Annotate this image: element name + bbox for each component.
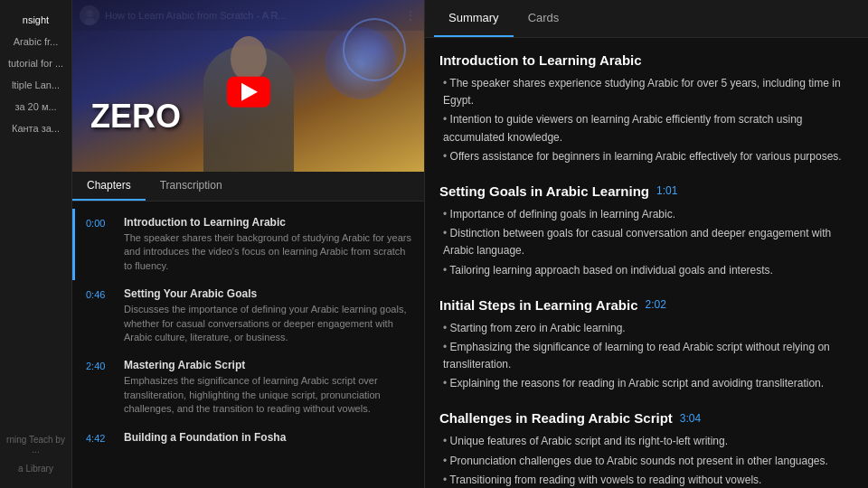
summary-content: Introduction to Learning Arabic The spea… bbox=[425, 38, 868, 488]
tab-transcription[interactable]: Transcription bbox=[146, 172, 237, 201]
summary-tabs: Summary Cards bbox=[425, 0, 868, 38]
chapter-desc: Emphasizes the significance of learning … bbox=[124, 374, 413, 416]
sidebar-item-arabic[interactable]: Arabic fr... bbox=[0, 31, 71, 52]
summary-bullet: Tailoring learning approach based on ind… bbox=[439, 262, 854, 279]
chapter-info: Introduction to Learning Arabic The spea… bbox=[124, 216, 413, 273]
summary-bullet: Distinction between goals for casual con… bbox=[439, 225, 854, 259]
summary-bullet: Importance of defining goals in learning… bbox=[439, 206, 854, 223]
sidebar-item-learning[interactable]: rning Teach by ... bbox=[0, 431, 71, 458]
tab-summary[interactable]: Summary bbox=[434, 0, 514, 37]
summary-bullet: Transitioning from reading with vowels t… bbox=[439, 472, 854, 488]
chapter-info: Building a Foundation in Fosha bbox=[124, 431, 413, 446]
video-big-text: ZERO bbox=[90, 98, 181, 136]
chapter-time: 0:46 bbox=[86, 287, 115, 344]
summary-bullet: The speaker shares experience studying A… bbox=[439, 75, 854, 109]
summary-bullet: Pronunciation challenges due to Arabic s… bbox=[439, 453, 854, 470]
chapter-item[interactable]: 0:00 Introduction to Learning Arabic The… bbox=[72, 209, 424, 280]
sidebar-item-insight[interactable]: nsight bbox=[0, 9, 71, 31]
summary-section-header: Initial Steps in Learning Arabic 2:02 bbox=[439, 297, 854, 313]
tab-cards[interactable]: Cards bbox=[514, 0, 574, 37]
summary-section-time[interactable]: 1:01 bbox=[656, 184, 677, 197]
summary-bullet: Unique features of Arabic script and its… bbox=[439, 433, 854, 450]
sidebar-item-library[interactable]: a Library bbox=[0, 458, 71, 479]
chapter-list: 0:00 Introduction to Learning Arabic The… bbox=[72, 202, 424, 488]
summary-bullet: Starting from zero in Arabic learning. bbox=[439, 320, 854, 337]
chapter-title: Building a Foundation in Fosha bbox=[124, 431, 413, 444]
sidebar-item-tutorial[interactable]: tutorial for ... bbox=[0, 52, 71, 74]
main-content: How to Learn Arabic from Scratch - A R..… bbox=[72, 0, 868, 488]
summary-bullet: Intention to guide viewers on learning A… bbox=[439, 111, 854, 145]
chapter-item[interactable]: 2:40 Mastering Arabic Script Emphasizes … bbox=[72, 352, 424, 423]
chapter-title: Introduction to Learning Arabic bbox=[124, 216, 413, 229]
sidebar-item-za20[interactable]: за 20 м... bbox=[0, 96, 71, 117]
chapter-time: 4:42 bbox=[86, 431, 115, 446]
right-panel: Summary Cards Introduction to Learning A… bbox=[425, 0, 868, 488]
summary-section-title: Challenges in Reading Arabic Script bbox=[439, 410, 673, 426]
summary-section-time[interactable]: 3:04 bbox=[680, 412, 701, 425]
chapter-tabs: Chapters Transcription bbox=[72, 172, 424, 202]
summary-bullet: Offers assistance for beginners in learn… bbox=[439, 148, 854, 165]
summary-section-header: Introduction to Learning Arabic bbox=[439, 52, 854, 68]
content-area: How to Learn Arabic from Scratch - A R..… bbox=[72, 0, 868, 488]
chapter-info: Mastering Arabic Script Emphasizes the s… bbox=[124, 359, 413, 416]
tab-chapters[interactable]: Chapters bbox=[72, 172, 146, 201]
chapter-title: Setting Your Arabic Goals bbox=[124, 287, 413, 300]
chapter-info: Setting Your Arabic Goals Discusses the … bbox=[124, 287, 413, 344]
chapter-time: 0:00 bbox=[86, 216, 115, 273]
chapter-item[interactable]: 0:46 Setting Your Arabic Goals Discusses… bbox=[72, 280, 424, 352]
chapter-desc: The speaker shares their background of s… bbox=[124, 231, 413, 273]
summary-section: Introduction to Learning Arabic The spea… bbox=[439, 52, 854, 165]
chapter-time: 2:40 bbox=[86, 359, 115, 416]
chapter-desc: Discusses the importance of defining you… bbox=[124, 303, 413, 344]
summary-section-title: Introduction to Learning Arabic bbox=[439, 52, 642, 68]
play-triangle-icon bbox=[241, 83, 258, 101]
summary-section: Setting Goals in Arabic Learning 1:01 Im… bbox=[439, 183, 854, 279]
summary-bullet: Explaining the reasons for reading in Ar… bbox=[439, 375, 854, 392]
sidebar: nsight Arabic fr... tutorial for ... lti… bbox=[0, 0, 72, 488]
summary-section-header: Challenges in Reading Arabic Script 3:04 bbox=[439, 410, 854, 426]
left-panel: How to Learn Arabic from Scratch - A R..… bbox=[72, 0, 425, 488]
summary-section-title: Setting Goals in Arabic Learning bbox=[439, 183, 649, 199]
sidebar-item-kanta[interactable]: Канта за... bbox=[0, 117, 71, 139]
play-button[interactable] bbox=[227, 77, 270, 108]
summary-section: Challenges in Reading Arabic Script 3:04… bbox=[439, 410, 854, 488]
video-thumbnail: How to Learn Arabic from Scratch - A R..… bbox=[72, 0, 424, 172]
summary-bullet: Emphasizing the significance of learning… bbox=[439, 339, 854, 373]
sidebar-item-multiple[interactable]: ltiple Lan... bbox=[0, 74, 71, 96]
summary-section: Initial Steps in Learning Arabic 2:02 St… bbox=[439, 297, 854, 393]
summary-section-header: Setting Goals in Arabic Learning 1:01 bbox=[439, 183, 854, 199]
chapter-title: Mastering Arabic Script bbox=[124, 359, 413, 371]
chapter-item[interactable]: 4:42 Building a Foundation in Fosha bbox=[72, 424, 424, 454]
video-container[interactable]: How to Learn Arabic from Scratch - A R..… bbox=[72, 0, 424, 172]
summary-section-time[interactable]: 2:02 bbox=[646, 298, 666, 311]
summary-section-title: Initial Steps in Learning Arabic bbox=[439, 297, 638, 313]
